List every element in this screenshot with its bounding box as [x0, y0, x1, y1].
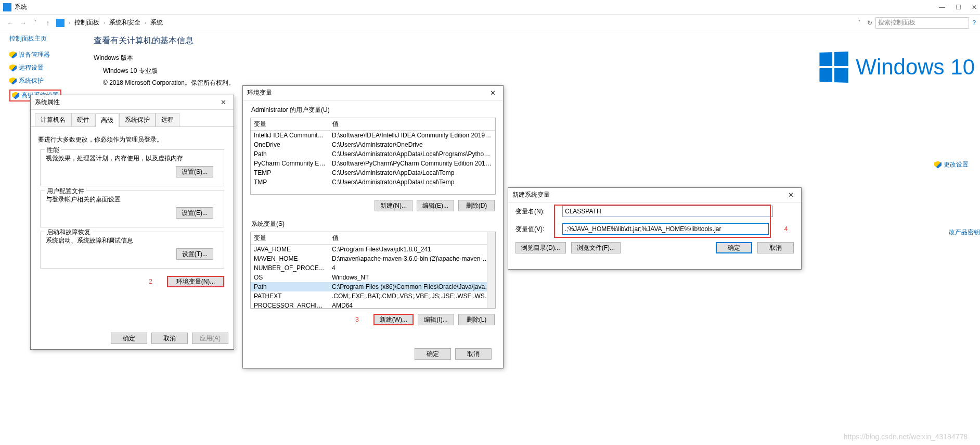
table-row[interactable]: JAVA_HOMEC:\Program Files\Java\jdk1.8.0_… [251, 245, 495, 255]
table-row[interactable]: OneDriveC:\Users\Administrator\OneDrive [251, 140, 495, 149]
system-edit-button[interactable]: 编辑(I)... [418, 314, 454, 325]
table-row[interactable]: MAVEN_HOMED:\maven\apache-maven-3.6.0-bi… [251, 254, 495, 263]
shield-icon [9, 78, 17, 85]
ok-button[interactable]: 确定 [415, 348, 451, 360]
page-heading: 查看有关计算机的基本信息 [94, 35, 970, 46]
table-row[interactable]: PATHEXT.COM;.EXE;.BAT;.CMD;.VBS;.VBE;.JS… [251, 291, 495, 301]
crumb-sep: › [67, 20, 72, 26]
close-button[interactable]: ✕ [972, 4, 977, 11]
table-row[interactable]: TEMPC:\Users\Administrator\AppData\Local… [251, 168, 495, 177]
control-panel-home-link[interactable]: 控制面板主页 [9, 34, 82, 43]
variable-value-input[interactable] [562, 223, 769, 235]
tabstrip: 计算机名 硬件 高级 系统保护 远程 [31, 110, 234, 127]
cancel-button[interactable]: 取消 [151, 333, 188, 344]
tab-system-protection[interactable]: 系统保护 [119, 113, 156, 126]
shield-icon [9, 52, 17, 59]
windows-logo-icon [820, 52, 848, 83]
dialog-title: 环境变量 [247, 88, 272, 97]
system-new-button[interactable]: 新建(W)... [373, 314, 414, 325]
nav-bar: ← → ˅ ↑ › 控制面板 › 系统和安全 › 系统 ˅ ↻ 搜索控制面板 ? [0, 15, 980, 31]
variable-name-input[interactable] [562, 206, 773, 217]
close-icon[interactable]: ✕ [217, 98, 229, 106]
user-vars-table[interactable]: 变量值IntelliJ IDEA Community E...D:\softwa… [250, 118, 496, 195]
startup-recovery-desc: 系统启动、系统故障和调试信息 [46, 236, 218, 245]
performance-group: 性能 视觉效果，处理器计划，内存使用，以及虚拟内存 设置(S)... [40, 149, 224, 186]
user-profiles-group: 用户配置文件 与登录帐户相关的桌面设置 设置(E)... [40, 190, 224, 227]
system-vars-table[interactable]: 变量值JAVA_HOMEC:\Program Files\Java\jdk1.8… [250, 232, 496, 309]
windows-logo: Windows 10 [818, 52, 975, 82]
user-profiles-settings-button[interactable]: 设置(E)... [176, 207, 213, 219]
app-icon [3, 3, 11, 11]
user-edit-button[interactable]: 编辑(E)... [417, 200, 454, 211]
crumb-2[interactable]: 系统 [148, 18, 165, 27]
performance-settings-button[interactable]: 设置(S)... [176, 166, 213, 177]
window-title: 系统 [15, 3, 27, 11]
apply-button[interactable]: 应用(A) [192, 333, 228, 344]
user-profiles-desc: 与登录帐户相关的桌面设置 [46, 195, 218, 204]
table-row[interactable]: NUMBER_OF_PROCESSORS4 [251, 263, 495, 273]
nav-up[interactable]: ↑ [42, 19, 54, 27]
browse-file-button[interactable]: 浏览文件(F)... [571, 242, 621, 253]
ok-button[interactable]: 确定 [111, 333, 147, 344]
maximize-button[interactable]: ☐ [956, 4, 961, 11]
watermark: https://blog.csdn.net/weixin_43184778 [844, 433, 968, 441]
variable-name-label: 变量名(N): [515, 207, 557, 216]
table-row[interactable]: PathC:\Users\Administrator\AppData\Local… [251, 149, 495, 159]
nav-recent[interactable]: ˅ [29, 19, 42, 27]
crumb-1[interactable]: 系统和安全 [107, 18, 143, 27]
annotation-3: 3 [355, 316, 359, 323]
window-titlebar: 系统 — ☐ ✕ [0, 0, 980, 15]
address-dropdown[interactable]: ˅ [855, 19, 864, 27]
shield-icon [12, 92, 19, 99]
environment-variables-button[interactable]: 环境变量(N)... [167, 276, 224, 287]
performance-desc: 视觉效果，处理器计划，内存使用，以及虚拟内存 [46, 154, 218, 163]
remote-settings-link[interactable]: 远程设置 [9, 63, 82, 72]
minimize-button[interactable]: — [939, 4, 945, 11]
windows-logo-text: Windows 10 [856, 55, 975, 80]
tab-computer-name[interactable]: 计算机名 [35, 113, 71, 126]
new-system-variable-dialog: 新建系统变量 ✕ 变量名(N): 变量值(V): 4 浏览目录(D)... 浏览… [508, 187, 802, 270]
startup-recovery-group: 启动和故障恢复 系统启动、系统故障和调试信息 设置(T)... [40, 232, 224, 269]
user-new-button[interactable]: 新建(N)... [375, 200, 412, 211]
nav-back[interactable]: ← [4, 19, 17, 27]
crumb-0[interactable]: 控制面板 [72, 18, 101, 27]
startup-recovery-settings-button[interactable]: 设置(T)... [176, 248, 213, 260]
device-manager-link[interactable]: 设备管理器 [9, 50, 82, 59]
tab-hardware[interactable]: 硬件 [71, 113, 95, 126]
control-panel-icon [56, 19, 65, 27]
cancel-button[interactable]: 取消 [757, 242, 794, 253]
nav-forward[interactable]: → [17, 19, 29, 27]
search-input[interactable]: 搜索控制面板 [875, 17, 969, 29]
system-vars-label: 系统变量(S) [243, 214, 503, 230]
help-icon[interactable]: ? [972, 19, 976, 27]
annotation-2: 2 [149, 278, 152, 285]
system-delete-button[interactable]: 删除(L) [458, 314, 495, 325]
close-icon[interactable]: ✕ [785, 191, 797, 199]
close-icon[interactable]: ✕ [487, 89, 499, 97]
user-delete-button[interactable]: 删除(D) [458, 200, 495, 211]
cancel-button[interactable]: 取消 [455, 348, 492, 360]
shield-icon [934, 161, 942, 169]
tab-remote[interactable]: 远程 [156, 113, 179, 126]
dialog-title: 新建系统变量 [512, 190, 550, 199]
scrollbar[interactable] [487, 232, 495, 308]
table-row[interactable]: PROCESSOR_ARCHITECT...AMD64 [251, 301, 495, 309]
refresh-button[interactable]: ↻ [864, 19, 875, 27]
table-row[interactable]: PyCharm Community Editi...D:\software\Py… [251, 159, 495, 168]
table-row[interactable]: OSWindows_NT [251, 273, 495, 282]
variable-value-label: 变量值(V): [515, 225, 557, 234]
table-row[interactable]: TMPC:\Users\Administrator\AppData\Local\… [251, 177, 495, 187]
admin-note: 要进行大多数更改，你必须作为管理员登录。 [38, 135, 226, 144]
change-settings-link[interactable]: 更改设置 [934, 160, 969, 169]
annotation-4: 4 [778, 225, 794, 233]
change-product-key-link[interactable]: 改产品密钥 [949, 228, 980, 237]
system-properties-dialog: 系统属性 ✕ 计算机名 硬件 高级 系统保护 远程 要进行大多数更改，你必须作为… [30, 95, 234, 350]
table-row[interactable]: IntelliJ IDEA Community E...D:\software\… [251, 131, 495, 141]
environment-variables-dialog: 环境变量 ✕ Administrator 的用户变量(U) 变量值Intelli… [242, 85, 504, 368]
tab-advanced[interactable]: 高级 [95, 113, 119, 127]
user-vars-label: Administrator 的用户变量(U) [243, 100, 503, 116]
browse-directory-button[interactable]: 浏览目录(D)... [515, 242, 566, 253]
system-protection-link[interactable]: 系统保护 [9, 77, 82, 85]
table-row[interactable]: PathC:\Program Files (x86)\Common Files\… [251, 282, 495, 291]
ok-button[interactable]: 确定 [716, 242, 752, 253]
